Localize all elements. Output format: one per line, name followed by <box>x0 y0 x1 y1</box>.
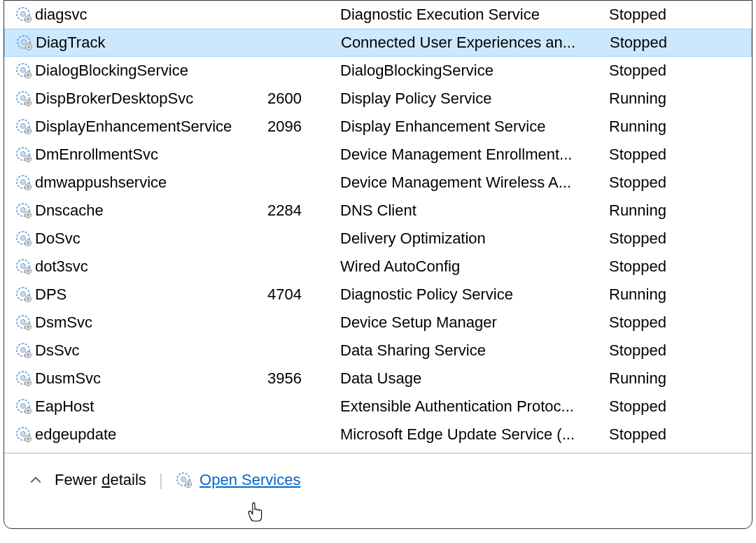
table-row[interactable]: DialogBlockingService DialogBlockingServ… <box>4 57 752 85</box>
svg-point-37 <box>21 348 26 353</box>
service-icon <box>15 6 32 23</box>
svg-point-25 <box>21 236 26 241</box>
cell-description: Data Sharing Service <box>340 341 606 360</box>
cell-description: Data Usage <box>340 369 606 388</box>
service-icon <box>15 370 32 387</box>
cell-status: Stopped <box>606 146 752 164</box>
table-row[interactable]: DoSvc Delivery Optimization Stopped <box>4 225 752 253</box>
cell-description: Delivery Optimization <box>340 230 606 248</box>
service-name: DispBrokerDesktopSvc <box>35 90 193 108</box>
cell-status: Stopped <box>606 397 752 416</box>
table-row[interactable]: DsSvc Data Sharing Service Stopped <box>4 337 752 365</box>
table-row[interactable]: DPS 4704 Diagnostic Policy Service Runni… <box>4 281 752 309</box>
cell-name: DsmSvc <box>4 313 263 332</box>
cell-description: DialogBlockingService <box>340 62 606 80</box>
cell-status: Stopped <box>606 174 752 192</box>
svg-point-4 <box>22 40 27 45</box>
cell-status: Running <box>606 118 752 136</box>
service-name: DialogBlockingService <box>35 62 188 80</box>
svg-point-49 <box>181 477 186 482</box>
service-name: DoSvc <box>35 230 80 248</box>
cell-description: Device Setup Manager <box>340 313 606 332</box>
cell-description: Diagnostic Execution Service <box>340 6 606 24</box>
service-icon <box>15 314 32 331</box>
cell-status: Stopped <box>607 34 751 52</box>
cell-status: Running <box>606 90 752 108</box>
service-icon <box>15 90 32 107</box>
cell-description: Diagnostic Policy Service <box>340 285 606 304</box>
service-name: Dnscache <box>35 202 104 220</box>
service-name: DsSvc <box>35 341 80 360</box>
svg-point-46 <box>21 432 26 437</box>
cell-pid: 4704 <box>263 285 340 304</box>
open-services-post: ervices <box>252 471 301 488</box>
cell-description: DNS Client <box>340 202 606 220</box>
cell-name: dmwappushservice <box>4 174 263 192</box>
table-row[interactable]: DsmSvc Device Setup Manager Stopped <box>4 309 752 337</box>
cell-status: Stopped <box>606 313 752 332</box>
cell-name: DmEnrollmentSvc <box>4 146 263 164</box>
service-name: DPS <box>35 285 66 304</box>
svg-point-13 <box>21 124 26 129</box>
cell-name: edgeupdate <box>4 425 263 444</box>
cell-description: Display Enhancement Service <box>340 118 606 136</box>
table-row[interactable]: diagsvc Diagnostic Execution Service Sto… <box>4 1 752 29</box>
service-name: EapHost <box>35 397 94 416</box>
cell-pid: 2284 <box>263 202 340 220</box>
table-row[interactable]: DisplayEnhancementService 2096 Display E… <box>4 113 752 141</box>
table-row[interactable]: EapHost Extensible Authentication Protoc… <box>4 393 752 421</box>
service-icon <box>15 426 32 443</box>
cell-name: Dnscache <box>4 202 263 220</box>
service-icon <box>15 118 32 135</box>
table-row[interactable]: DusmSvc 3956 Data Usage Running <box>4 365 752 393</box>
svg-point-1 <box>21 12 26 17</box>
cell-name: EapHost <box>4 397 263 416</box>
service-name: DsmSvc <box>35 313 92 332</box>
fewer-details-pre: Fewer <box>55 471 102 488</box>
cell-name: diagsvc <box>4 6 263 24</box>
cell-name: DispBrokerDesktopSvc <box>4 90 263 108</box>
open-services-pre: Open <box>200 471 241 488</box>
table-row[interactable]: edgeupdate Microsoft Edge Update Service… <box>4 421 752 449</box>
cell-pid: 2096 <box>263 118 340 136</box>
service-icon <box>15 62 32 79</box>
service-icon <box>15 146 32 163</box>
open-services-key: S <box>241 471 252 488</box>
fewer-details-button[interactable]: Fewer details <box>55 471 146 489</box>
table-row[interactable]: dmwappushservice Device Management Wirel… <box>4 169 752 197</box>
fewer-details-key: d <box>102 471 110 488</box>
svg-point-7 <box>21 68 26 73</box>
svg-point-31 <box>21 292 26 297</box>
service-icon <box>15 202 32 219</box>
cell-name: dot3svc <box>4 258 263 276</box>
cell-status: Stopped <box>606 6 752 24</box>
fewer-details-post: etails <box>111 471 146 488</box>
service-icon <box>15 398 32 415</box>
svg-point-16 <box>21 152 26 157</box>
cell-status: Stopped <box>606 341 752 360</box>
footer-bar: Fewer details | Open Services <box>4 453 752 507</box>
cell-name: DsSvc <box>4 341 263 360</box>
table-row[interactable]: dot3svc Wired AutoConfig Stopped <box>4 253 752 281</box>
cell-name: DusmSvc <box>4 369 263 388</box>
chevron-up-icon[interactable] <box>29 474 42 486</box>
service-icon <box>16 34 33 51</box>
cell-name: DisplayEnhancementService <box>4 118 263 136</box>
table-row[interactable]: Dnscache 2284 DNS Client Running <box>4 197 752 225</box>
svg-point-19 <box>21 180 26 185</box>
service-icon <box>15 286 32 303</box>
svg-point-43 <box>21 404 26 409</box>
table-row[interactable]: DiagTrack Connected User Experiences an.… <box>4 29 752 57</box>
cell-status: Running <box>606 285 752 304</box>
service-name: DmEnrollmentSvc <box>35 146 158 164</box>
cell-status: Running <box>606 202 752 220</box>
svg-point-10 <box>21 96 26 101</box>
service-name: edgeupdate <box>35 425 116 444</box>
table-row[interactable]: DmEnrollmentSvc Device Management Enroll… <box>4 141 752 169</box>
open-services-link[interactable]: Open Services <box>176 471 300 489</box>
cell-name: DialogBlockingService <box>4 62 263 80</box>
table-row[interactable]: DispBrokerDesktopSvc 2600 Display Policy… <box>4 85 752 113</box>
cell-description: Device Management Enrollment... <box>340 146 606 164</box>
services-table: diagsvc Diagnostic Execution Service Sto… <box>4 1 752 449</box>
cell-description: Microsoft Edge Update Service (... <box>340 425 606 444</box>
